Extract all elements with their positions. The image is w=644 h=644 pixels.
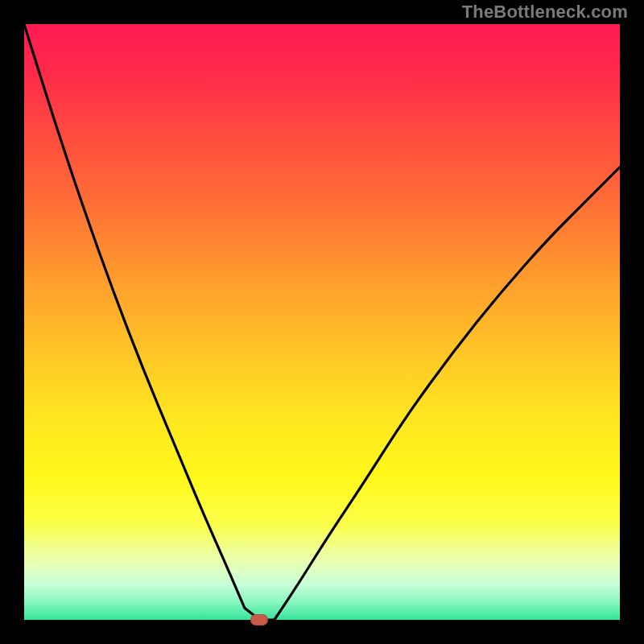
- chart-frame: TheBottleneck.com: [0, 0, 644, 644]
- bottleneck-curve: [24, 24, 620, 620]
- plot-area: [24, 24, 620, 620]
- watermark-text: TheBottleneck.com: [462, 2, 628, 23]
- curve-path: [24, 24, 620, 620]
- optimum-marker: [250, 614, 268, 625]
